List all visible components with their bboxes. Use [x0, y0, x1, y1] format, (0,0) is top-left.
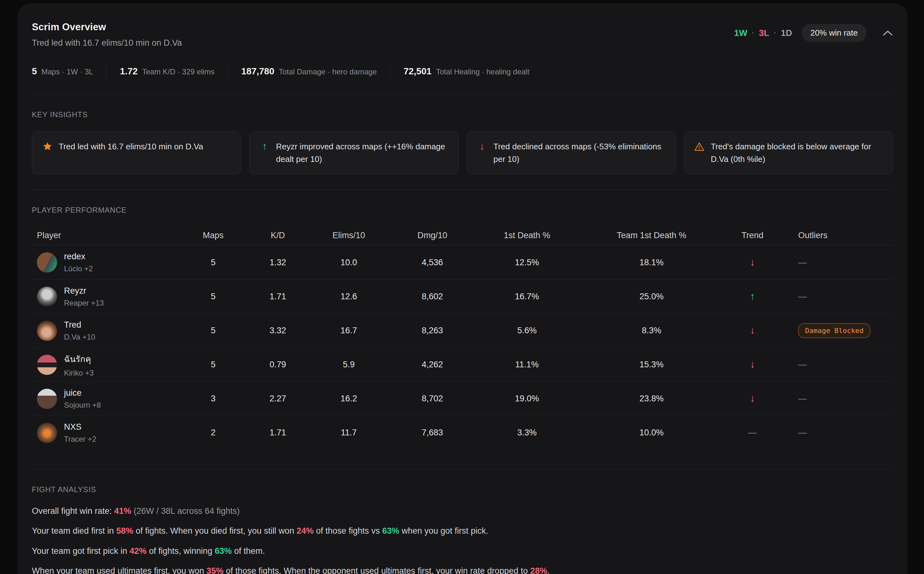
- stat-value: 187,780: [241, 66, 274, 77]
- cell-elims10: 16.2: [309, 394, 388, 404]
- player-avatar: [37, 355, 57, 375]
- fight-text-segment: Your team died first in: [32, 526, 116, 536]
- player-name: Reyzr: [64, 286, 104, 296]
- outlier-dash: —: [798, 360, 807, 369]
- card-header: Scrim Overview Tred led with 16.7 elims/…: [32, 21, 893, 48]
- summary-stat: 1.72Team K/D · 329 elims: [106, 65, 228, 78]
- outlier-dash: —: [798, 258, 807, 267]
- cell-first_death: 12.5%: [476, 258, 578, 268]
- cell-dmg10: 8,702: [388, 394, 476, 404]
- stat-value: 1.72: [120, 66, 138, 77]
- record-separator: ·: [752, 28, 755, 38]
- page-title: Scrim Overview: [32, 21, 182, 33]
- table-row[interactable]: ฉันรักคุKiriko +350.795.94,26211.1%15.3%…: [32, 347, 893, 382]
- player-names: NXSTracer +2: [64, 422, 96, 443]
- cell-elims10: 5.9: [309, 360, 388, 369]
- cell-first_death: 11.1%: [476, 360, 578, 369]
- page-subtitle: Tred led with 16.7 elims/10 min on D.Va: [32, 38, 182, 48]
- scrim-overview-card: Scrim Overview Tred led with 16.7 elims/…: [17, 3, 908, 574]
- player-heroes: D.Va +10: [64, 333, 95, 342]
- cell-kd: 1.32: [246, 258, 309, 268]
- fight-text-segment: 41%: [114, 506, 131, 516]
- player-performance-label: PLAYER PERFORMANCE: [32, 206, 893, 214]
- player-name: ฉันรักคุ: [64, 352, 94, 366]
- player-name: juice: [64, 388, 101, 398]
- fight-text-segment: 42%: [130, 546, 147, 556]
- header-summary: 1W · 3L · 1D 20% win rate: [734, 21, 893, 42]
- player-names: redexLúcio +2: [64, 252, 93, 273]
- warning-icon: [694, 140, 705, 152]
- table-header-row: PlayerMapsK/DElims/10Dmg/101st Death %Te…: [32, 226, 893, 245]
- column-header: Dmg/10: [388, 230, 476, 240]
- player-cell: TredD.Va +10: [32, 320, 180, 342]
- fight-text-segment: 24%: [296, 526, 313, 536]
- summary-stats-row: 5Maps · 1W · 3L1.72Team K/D · 329 elims1…: [32, 65, 893, 78]
- trend-down-icon: ↓: [750, 325, 755, 336]
- outlier-cell: —: [779, 360, 893, 369]
- record-losses: 3L: [759, 28, 769, 38]
- column-header: 1st Death %: [476, 230, 578, 240]
- table-row[interactable]: NXSTracer +221.7111.77,6833.3%10.0%——: [32, 416, 893, 449]
- insight-card: Tred led with 16.7 elims/10 min on D.Va: [32, 131, 241, 175]
- trend-up-icon: ↑: [750, 291, 755, 302]
- trend-cell: ↓: [726, 393, 779, 404]
- player-avatar: [37, 389, 57, 409]
- cell-kd: 1.71: [246, 428, 309, 438]
- table-row[interactable]: redexLúcio +251.3210.04,53612.5%18.1%↓—: [32, 245, 893, 279]
- key-insights-cards: Tred led with 16.7 elims/10 min on D.Va↑…: [32, 131, 893, 175]
- fight-text-segment: when you got first pick.: [399, 526, 488, 536]
- outlier-cell: —: [779, 258, 893, 268]
- insight-card: Tred's damage blocked is below average f…: [684, 131, 893, 175]
- trend-cell: ↑: [726, 292, 779, 302]
- fight-text-segment: Overall fight win rate:: [32, 506, 114, 516]
- player-avatar: [37, 287, 57, 307]
- player-heroes: Sojourn +8: [64, 401, 101, 410]
- cell-kd: 2.27: [246, 394, 309, 404]
- insight-text: Tred's damage blocked is below average f…: [711, 140, 883, 166]
- player-cell: juiceSojourn +8: [32, 388, 180, 410]
- cell-maps: 5: [180, 360, 246, 369]
- player-avatar: [37, 252, 57, 273]
- trend-down-icon: ↓: [750, 257, 755, 268]
- cell-team_first_death: 10.0%: [578, 428, 726, 438]
- insight-text: Reyzr improved across maps (++16% damage…: [276, 140, 448, 166]
- cell-dmg10: 4,262: [388, 360, 476, 369]
- section-divider: [32, 94, 893, 95]
- stat-label: Total Damage · hero damage: [279, 68, 377, 76]
- cell-dmg10: 8,263: [388, 326, 476, 336]
- column-header: K/D: [246, 230, 309, 240]
- fight-text-segment: (26W / 38L across 64 fights): [131, 506, 240, 516]
- outlier-cell: —: [779, 394, 893, 404]
- player-heroes: Tracer +2: [64, 435, 96, 443]
- player-names: TredD.Va +10: [64, 320, 95, 342]
- cell-team_first_death: 8.3%: [578, 326, 726, 336]
- cell-team_first_death: 23.8%: [578, 394, 726, 404]
- table-row[interactable]: juiceSojourn +832.2716.28,70219.0%23.8%↓…: [32, 382, 893, 416]
- cell-maps: 5: [180, 292, 246, 301]
- column-header: Player: [32, 230, 180, 240]
- player-name: Tred: [64, 320, 95, 330]
- column-header: Outliers: [779, 230, 893, 240]
- win-rate-badge: 20% win rate: [802, 24, 867, 42]
- stat-value: 5: [32, 66, 37, 77]
- fight-analysis-line: Overall fight win rate: 41% (26W / 38L a…: [32, 506, 893, 516]
- player-cell: ฉันรักคุKiriko +3: [32, 352, 180, 377]
- fight-text-segment: of fights, winning: [147, 546, 215, 556]
- cell-dmg10: 8,602: [388, 292, 476, 301]
- summary-stat: 187,780Total Damage · hero damage: [228, 65, 390, 78]
- fight-text-segment: 58%: [116, 526, 133, 536]
- table-row[interactable]: TredD.Va +1053.3216.78,2635.6%8.3%↓Damag…: [32, 314, 893, 347]
- player-name: redex: [64, 252, 93, 262]
- player-heroes: Kiriko +3: [64, 369, 94, 377]
- fight-analysis-text: Overall fight win rate: 41% (26W / 38L a…: [32, 506, 893, 574]
- record-separator: ·: [774, 28, 777, 38]
- fight-text-segment: 63%: [215, 546, 232, 556]
- column-header: Team 1st Death %: [578, 230, 726, 240]
- cell-first_death: 19.0%: [476, 394, 578, 404]
- star-icon: [42, 140, 53, 151]
- outlier-dash: —: [798, 394, 807, 403]
- fight-text-segment: of fights. When you died first, you stil…: [133, 526, 297, 536]
- cell-team_first_death: 25.0%: [578, 292, 726, 301]
- collapse-button[interactable]: [882, 30, 893, 36]
- table-row[interactable]: ReyzrReaper +1351.7112.68,60216.7%25.0%↑…: [32, 279, 893, 314]
